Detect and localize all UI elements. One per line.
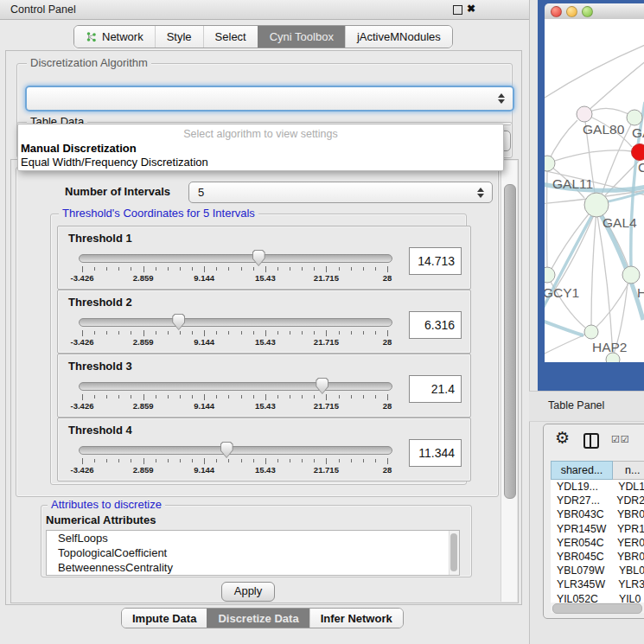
tab-discretize-data[interactable]: Discretize Data — [207, 609, 309, 628]
threshold-4-panel: Threshold 4-3.4262.8599.14415.4321.71528… — [57, 418, 471, 481]
tab-cyni-toolbox[interactable]: Cyni Toolbox — [258, 26, 345, 48]
label-hap2: HAP2 — [592, 340, 628, 354]
app-root: Control Panel ✖ NetworkStyleSelectCyni T… — [0, 0, 644, 644]
float-window-icon[interactable] — [453, 5, 462, 15]
network-graph: GAL80 GA C GAL11 GAL4 GCY1 H HAP2 — [545, 19, 644, 362]
threshold-slider-handle[interactable] — [220, 442, 233, 458]
slider-tick-labels: -3.4262.8599.14415.4321.71528 — [82, 401, 387, 411]
threshold-slider-track[interactable] — [79, 382, 392, 391]
node-h[interactable] — [622, 266, 640, 284]
num-intervals-combo[interactable]: 5 — [188, 182, 493, 203]
node-attribute-table[interactable]: shared...n... YDL19...YDL1YDR27...YDR2YB… — [551, 461, 644, 606]
threshold-slider-track[interactable] — [79, 446, 392, 455]
threshold-value-field[interactable]: 21.4 — [409, 375, 462, 403]
table-panel-window: ⚙ ☑☑ shared...n... YDL19...YDL1YDR27...Y… — [543, 424, 644, 619]
attribute-item-betweennesscentrality[interactable]: BetweennessCentrality — [47, 560, 459, 575]
close-traffic-light-icon[interactable] — [551, 6, 562, 17]
table-hscrollbar-thumb[interactable] — [552, 603, 642, 614]
threshold-list: Threshold 1-3.4262.8599.14415.4321.71528… — [54, 226, 462, 481]
threshold-slider-track[interactable] — [79, 318, 392, 327]
algorithm-combo[interactable] — [25, 86, 514, 112]
tab-select[interactable]: Select — [203, 26, 258, 48]
table-cell: YPR1 — [611, 523, 644, 535]
tab-label: jActiveMNodules — [357, 30, 441, 43]
tab-style[interactable]: Style — [155, 26, 203, 48]
table-row[interactable]: YBR045CYBR0 — [551, 550, 644, 564]
tab-label: Cyni Toolbox — [270, 30, 334, 43]
table-cell: YBR0 — [611, 551, 644, 563]
slider-ticks — [82, 394, 387, 400]
threshold-value-field[interactable]: 6.316 — [409, 311, 462, 339]
table-cell: YDR27... — [551, 494, 610, 507]
numerical-attributes-list[interactable]: SelfLoopsTopologicalCoefficientBetweenne… — [46, 530, 460, 576]
window-title: Control Panel — [10, 3, 76, 16]
node-ga[interactable] — [627, 110, 642, 125]
threshold-slider-handle[interactable] — [252, 250, 265, 266]
tab-network[interactable]: Network — [74, 26, 155, 48]
threshold-label: Threshold 1 — [68, 232, 132, 245]
cyni-toolbox-panel: Discretization Algorithm Select algorith… — [5, 50, 522, 605]
column-header-shared[interactable]: shared... — [551, 461, 613, 480]
attributes-scrollbar-thumb[interactable] — [450, 533, 457, 571]
gear-icon[interactable]: ⚙ — [555, 430, 570, 447]
column-header-n[interactable]: n... — [613, 461, 644, 480]
table-header-row: shared...n... — [551, 461, 644, 480]
node-gal4[interactable] — [584, 193, 609, 217]
table-row[interactable]: YBR043CYBR0 — [551, 507, 644, 521]
threshold-value-field[interactable]: 11.344 — [409, 439, 462, 467]
threshold-slider-handle[interactable] — [316, 378, 328, 394]
threshold-label: Threshold 4 — [68, 424, 132, 437]
attributes-scrollbar[interactable] — [449, 531, 459, 575]
slider-tick-labels: -3.4262.8599.14415.4321.71528 — [82, 465, 387, 475]
node-red-selected[interactable] — [632, 144, 644, 161]
tab-infer-network[interactable]: Infer Network — [309, 609, 403, 628]
settings-vertical-scrollbar[interactable] — [501, 161, 517, 602]
split-columns-icon[interactable] — [583, 433, 599, 449]
node-hap2[interactable] — [584, 325, 598, 339]
label-c: C — [638, 160, 644, 175]
slider-ticks — [82, 330, 387, 336]
table-panel-header: Table Panel — [529, 391, 644, 422]
threshold-slider-track[interactable] — [79, 254, 392, 263]
slider-tick-labels: -3.4262.8599.14415.4321.71528 — [82, 337, 387, 347]
table-cell: YBR0 — [611, 508, 644, 520]
apply-button[interactable]: Apply — [221, 582, 275, 602]
tab-label: Impute Data — [132, 612, 196, 625]
attribute-item-selfloops[interactable]: SelfLoops — [47, 531, 459, 545]
table-row[interactable]: YPR145WYPR1 — [551, 522, 644, 536]
table-cell: YLR345W — [551, 578, 612, 590]
table-row[interactable]: YBL079WYBL0 — [551, 564, 644, 577]
zoom-traffic-light-icon[interactable] — [582, 6, 593, 17]
table-cell: YBR045C — [551, 551, 611, 563]
threshold-slider-handle[interactable] — [172, 314, 185, 330]
table-row[interactable]: YLR345WYLR3 — [551, 577, 644, 591]
network-canvas[interactable]: GAL80 GA C GAL11 GAL4 GCY1 H HAP2 — [545, 19, 644, 362]
table-row[interactable]: YDL19...YDL1 — [551, 480, 644, 494]
network-window-titlebar — [545, 3, 644, 20]
table-panel-title: Table Panel — [548, 399, 604, 411]
top-tabbar: NetworkStyleSelectCyni ToolboxjActiveMNo… — [73, 25, 453, 48]
node-gal80[interactable] — [577, 106, 592, 122]
node-gcy1[interactable] — [545, 267, 555, 283]
network-graph-icon — [86, 31, 97, 42]
table-cell: YDL1 — [612, 481, 644, 493]
table-cell: YBL0 — [613, 564, 644, 577]
algorithm-dropdown-popup: Select algorithm to view settings Manual… — [17, 124, 504, 171]
tab-jactivemnodules[interactable]: jActiveMNodules — [345, 26, 452, 48]
table-row[interactable]: YDR27...YDR2 — [551, 494, 644, 507]
algorithm-option-equal-width[interactable]: Equal Width/Frequency Discretization — [21, 156, 208, 169]
numerical-attributes-label: Numerical Attributes — [46, 513, 156, 526]
attribute-item-topologicalcoefficient[interactable]: TopologicalCoefficient — [47, 545, 459, 560]
tab-impute-data[interactable]: Impute Data — [122, 609, 207, 628]
table-horizontal-scrollbar[interactable] — [551, 603, 644, 613]
algorithm-option-manual[interactable]: Manual Discretization — [21, 142, 137, 155]
table-row[interactable]: YER054CYER0 — [551, 536, 644, 550]
threshold-value-field[interactable]: 14.713 — [409, 247, 462, 275]
table-rows: YDL19...YDL1YDR27...YDR2YBR043CYBR0YPR14… — [551, 480, 644, 606]
settings-scrollbar-thumb[interactable] — [504, 184, 516, 499]
label-gal11: GAL11 — [552, 176, 593, 191]
close-window-icon[interactable]: ✖ — [467, 3, 475, 15]
minimize-traffic-light-icon[interactable] — [566, 6, 577, 17]
algorithm-placeholder-option[interactable]: Select algorithm to view settings — [18, 128, 503, 140]
checkbox-icons[interactable]: ☑☑ — [611, 434, 630, 445]
